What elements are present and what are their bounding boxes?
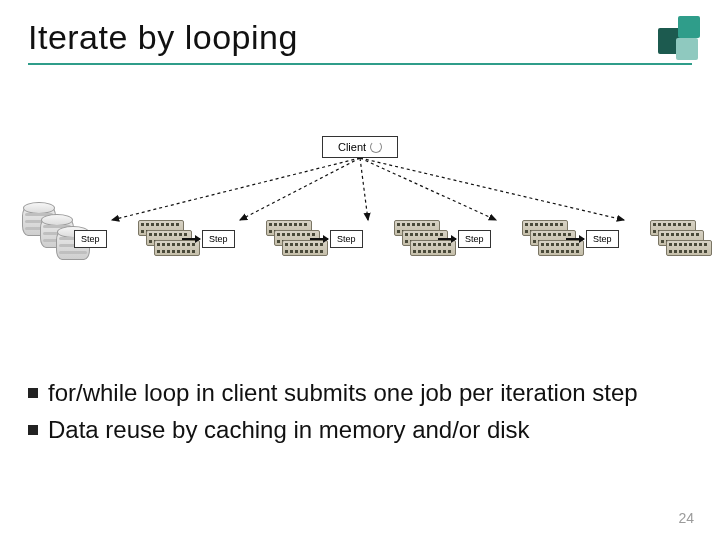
step-label: Step <box>330 230 363 248</box>
svg-line-1 <box>240 158 360 220</box>
title-underline <box>28 63 692 65</box>
bullet-item: Data reuse by caching in memory and/or d… <box>28 415 692 446</box>
bullet-marker-icon <box>28 425 38 435</box>
svg-line-3 <box>360 158 496 220</box>
bullet-marker-icon <box>28 388 38 398</box>
client-label: Client <box>338 141 366 153</box>
step-label: Step <box>202 230 235 248</box>
step-label: Step <box>586 230 619 248</box>
slide-title: Iterate by looping <box>28 18 692 57</box>
bullet-item: for/while loop in client submits one job… <box>28 378 692 409</box>
client-box: Client <box>322 136 398 158</box>
svg-line-4 <box>360 158 624 220</box>
svg-line-2 <box>360 158 368 220</box>
diagram: Client Step Step <box>0 100 720 310</box>
bullet-text: Data reuse by caching in memory and/or d… <box>48 415 530 446</box>
brand-logo <box>640 16 700 60</box>
slide-root: Iterate by looping Client Step <box>0 0 720 540</box>
fanout-arrows <box>0 100 720 310</box>
svg-line-0 <box>112 158 360 220</box>
step-label: Step <box>458 230 491 248</box>
cycle-icon <box>370 141 382 153</box>
step-label: Step <box>74 230 107 248</box>
page-number: 24 <box>678 510 694 526</box>
bullet-text: for/while loop in client submits one job… <box>48 378 638 409</box>
bullet-list: for/while loop in client submits one job… <box>28 378 692 451</box>
